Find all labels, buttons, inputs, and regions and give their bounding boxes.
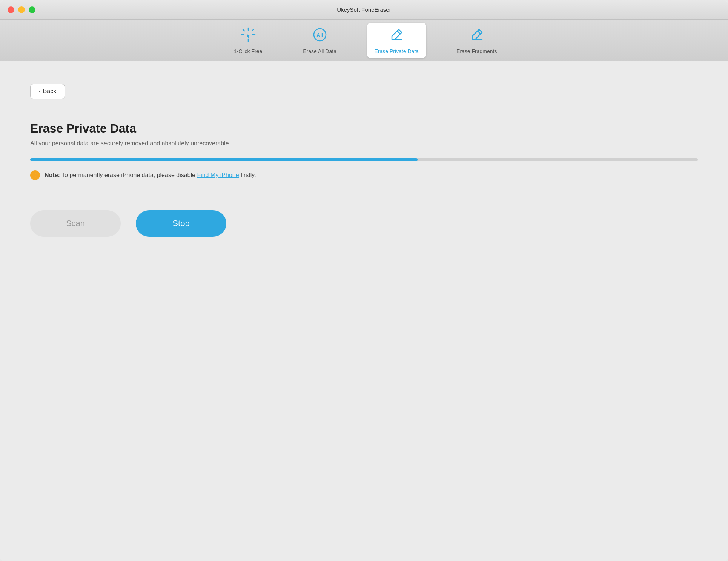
app-window: UkeySoft FoneEraser 1-Click Free (0, 0, 728, 561)
tab-one-click[interactable]: 1-Click Free (224, 23, 273, 58)
maximize-button[interactable] (29, 6, 35, 13)
progress-bar-fill (30, 158, 418, 161)
toolbar: 1-Click Free All Erase All Data Erase (0, 20, 728, 61)
warning-icon: ! (30, 170, 40, 180)
minimize-button[interactable] (18, 6, 25, 13)
tab-erase-all[interactable]: All Erase All Data (295, 23, 344, 58)
back-button-label: Back (43, 88, 57, 95)
erase-private-icon (388, 26, 405, 45)
one-click-icon (240, 26, 256, 45)
scan-button[interactable]: Scan (30, 210, 121, 237)
page-title: Erase Private Data (30, 122, 698, 136)
page-subtitle: All your personal data are securely remo… (30, 140, 698, 147)
button-row: Scan Stop (30, 210, 698, 237)
window-controls (8, 6, 35, 13)
note-suffix: firstly. (239, 172, 256, 178)
tab-erase-private-label: Erase Private Data (375, 48, 419, 54)
note-text: Note: To permanently erase iPhone data, … (45, 172, 256, 179)
svg-line-4 (243, 29, 244, 31)
erase-all-icon: All (312, 26, 328, 45)
main-content: ‹ Back Erase Private Data All your perso… (0, 61, 728, 561)
tab-erase-private[interactable]: Erase Private Data (367, 23, 427, 58)
tab-erase-fragments[interactable]: Erase Fragments (449, 23, 504, 58)
stop-button[interactable]: Stop (136, 210, 226, 237)
close-button[interactable] (8, 6, 14, 13)
back-arrow-icon: ‹ (39, 88, 41, 94)
window-title: UkeySoft FoneEraser (337, 6, 391, 13)
tab-erase-fragments-label: Erase Fragments (456, 48, 497, 54)
progress-bar-container (30, 158, 698, 161)
note-row: ! Note: To permanently erase iPhone data… (30, 170, 698, 180)
note-prefix: Note: (45, 172, 60, 178)
svg-text:All: All (316, 32, 323, 38)
erase-fragments-icon (468, 26, 485, 45)
note-body: To permanently erase iPhone data, please… (60, 172, 197, 178)
titlebar: UkeySoft FoneEraser (0, 0, 728, 20)
back-button[interactable]: ‹ Back (30, 84, 65, 99)
tab-erase-all-label: Erase All Data (303, 48, 336, 54)
tab-one-click-label: 1-Click Free (234, 48, 262, 54)
svg-line-5 (252, 29, 253, 31)
find-my-iphone-link[interactable]: Find My iPhone (197, 172, 239, 178)
